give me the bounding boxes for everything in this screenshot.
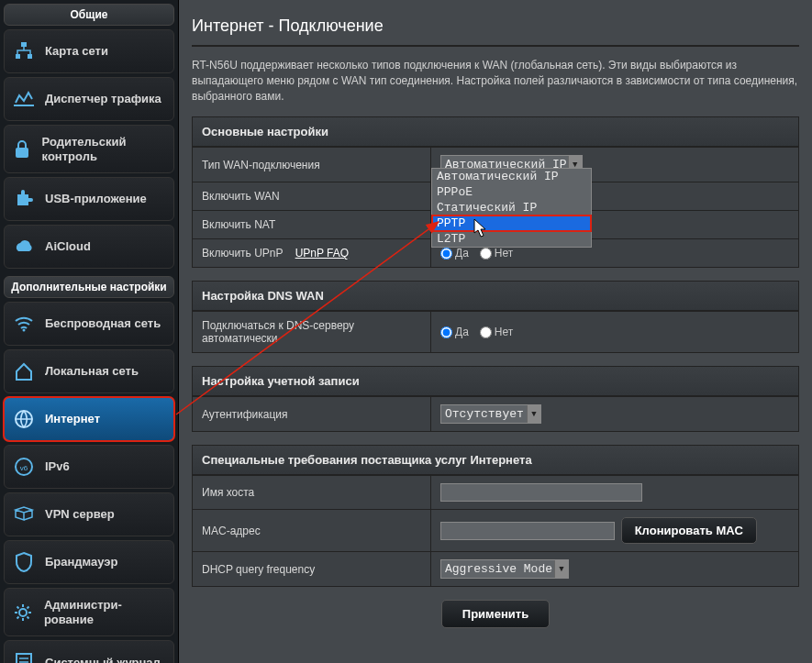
nav-label: Карта сети	[45, 44, 108, 59]
svg-rect-1	[16, 54, 20, 59]
section-account: Настройка учетной записи	[192, 366, 799, 396]
svg-rect-2	[28, 54, 32, 59]
select-value: Aggressive Mode	[445, 562, 552, 576]
traffic-icon	[12, 87, 36, 111]
label-enable-wan: Включить WAN	[193, 182, 431, 211]
nav-label: Родительский контроль	[42, 135, 166, 163]
radio-dns-yes[interactable]: Да	[440, 326, 469, 338]
nav-wireless[interactable]: Беспроводная сеть	[4, 302, 174, 346]
dropdown-wan-type[interactable]: Автоматический IP PPPoE Статический IP P…	[431, 168, 592, 248]
select-value: Отсутствует	[445, 407, 524, 421]
nav-label: IPv6	[45, 459, 70, 474]
log-icon	[12, 650, 36, 663]
page-title: Интернет - Подключение	[192, 17, 799, 47]
wifi-icon	[12, 312, 36, 336]
label-mac: MAC-адрес	[193, 510, 431, 552]
nav-internet[interactable]: Интернет	[4, 397, 174, 441]
main-panel: Интернет - Подключение RT-N56U поддержив…	[179, 0, 812, 663]
radio-input[interactable]	[440, 326, 452, 338]
select-dhcp-freq[interactable]: Aggressive Mode ▼	[440, 559, 569, 579]
nav-admin[interactable]: Администри-рование	[4, 588, 174, 636]
caret-down-icon: ▼	[554, 560, 568, 578]
sidebar: Общие Карта сети Диспетчер трафика Родит…	[0, 0, 179, 663]
svg-rect-0	[21, 42, 27, 47]
label-dhcp-freq: DHCP query frequency	[193, 552, 431, 587]
section-basic: Основные настройки	[192, 116, 799, 147]
nav-label: Администри-рование	[44, 598, 166, 626]
svg-point-9	[19, 609, 27, 616]
label-wan-type: Тип WAN-подключения	[193, 148, 431, 182]
radio-upnp-no[interactable]: Нет	[480, 247, 513, 260]
table-dns: Подключаться к DNS-серверу автоматически…	[192, 311, 799, 353]
table-basic: Тип WAN-подключения Автоматический IP ▼ …	[192, 147, 799, 268]
nav-label: Диспетчер трафика	[45, 92, 161, 106]
label-dns-auto: Подключаться к DNS-серверу автоматически	[193, 312, 431, 353]
table-account: Аутентификация Отсутствует ▼	[192, 396, 799, 432]
shield-icon	[12, 550, 36, 574]
nav-label: Беспроводная сеть	[45, 316, 161, 331]
puzzle-icon	[12, 187, 36, 211]
svg-text:v6: v6	[20, 464, 28, 472]
nav-label: Интернет	[45, 412, 100, 426]
radio-input[interactable]	[480, 248, 492, 260]
section-isp: Специальные требования поставщика услуг …	[192, 445, 799, 475]
nav-label: Локальная сеть	[45, 364, 139, 379]
dropdown-option-pptp[interactable]: PPTP	[432, 215, 591, 231]
nav-syslog[interactable]: Системный журнал	[4, 640, 174, 663]
dropdown-option[interactable]: L2TP	[432, 231, 591, 247]
ipv6-icon: v6	[12, 455, 36, 479]
radio-dns: Да Нет	[440, 326, 789, 338]
globe-icon	[12, 407, 36, 431]
vpn-icon	[12, 503, 36, 526]
radio-upnp-yes[interactable]: Да	[440, 247, 469, 260]
nav-label: VPN сервер	[45, 507, 115, 522]
dropdown-option[interactable]: PPPoE	[432, 184, 591, 200]
input-hostname[interactable]	[440, 483, 642, 502]
nav-label: Брандмауэр	[45, 555, 117, 569]
label-auth: Аутентификация	[193, 397, 431, 432]
nav-lan[interactable]: Локальная сеть	[4, 349, 174, 393]
radio-dns-no[interactable]: Нет	[480, 326, 513, 338]
nav-label: Системный журнал	[45, 656, 161, 663]
sidebar-header-advanced: Дополнительные настройки	[4, 276, 174, 298]
dropdown-option[interactable]: Статический IP	[432, 200, 591, 215]
intro-text: RT-N56U поддерживает несколько типов под…	[192, 58, 799, 104]
cloud-icon	[12, 235, 36, 259]
nav-ipv6[interactable]: v6 IPv6	[4, 445, 174, 489]
apply-button[interactable]: Применить	[441, 600, 550, 628]
input-mac[interactable]	[440, 522, 615, 540]
dropdown-option[interactable]: Автоматический IP	[432, 169, 591, 184]
network-map-icon	[12, 39, 36, 63]
caret-down-icon: ▼	[527, 405, 540, 423]
sidebar-header-general: Общие	[4, 4, 174, 26]
select-auth[interactable]: Отсутствует ▼	[440, 404, 541, 424]
svg-rect-3	[14, 105, 34, 106]
nav-label: AiCloud	[45, 239, 91, 254]
label-enable-nat: Включить NAT	[193, 211, 431, 239]
nav-parental-control[interactable]: Родительский контроль	[4, 125, 174, 173]
nav-traffic-manager[interactable]: Диспетчер трафика	[4, 77, 174, 121]
label-hostname: Имя хоста	[193, 476, 431, 510]
nav-usb-app[interactable]: USB-приложение	[4, 177, 174, 221]
table-isp: Имя хоста MAC-адрес Клонировать MAC DHCP…	[192, 475, 799, 587]
gear-icon	[12, 601, 35, 624]
radio-input[interactable]	[440, 248, 452, 260]
svg-rect-4	[16, 148, 28, 158]
section-dns: Настройка DNS WAN	[192, 281, 799, 311]
apply-row: Применить	[192, 587, 799, 641]
clone-mac-button[interactable]: Клонировать MAC	[621, 517, 757, 544]
nav-network-map[interactable]: Карта сети	[4, 29, 174, 73]
nav-label: USB-приложение	[45, 192, 147, 206]
upnp-faq-link[interactable]: UPnP FAQ	[295, 247, 349, 260]
radio-upnp: Да Нет	[440, 247, 789, 260]
svg-point-5	[23, 329, 26, 332]
nav-firewall[interactable]: Брандмауэр	[4, 540, 174, 584]
nav-aicloud[interactable]: AiCloud	[4, 225, 174, 269]
radio-input[interactable]	[480, 326, 492, 338]
lock-icon	[12, 138, 33, 161]
nav-vpn[interactable]: VPN сервер	[4, 492, 174, 536]
home-icon	[12, 359, 36, 383]
label-enable-upnp: Включить UPnP UPnP FAQ	[193, 239, 431, 268]
